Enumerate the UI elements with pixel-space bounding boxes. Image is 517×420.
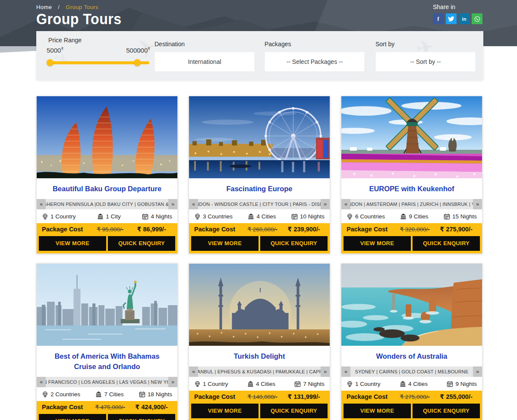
countries-stat: 3 Countries xyxy=(194,213,233,220)
tour-title[interactable]: Wonders of Australia xyxy=(341,346,482,366)
itinerary-text: SAN FRANCISCO | LOS ANGELES | LAS VEGAS … xyxy=(46,377,168,387)
ticker-prev-arrow[interactable]: « xyxy=(341,366,350,377)
tour-card: Fascinating Europe « LONDON - WINDSOR CA… xyxy=(189,96,330,254)
cities-value: 1 City xyxy=(106,213,121,220)
countries-value: 3 Countries xyxy=(203,213,233,220)
globe-icon xyxy=(42,391,48,398)
ticker-prev-arrow[interactable]: « xyxy=(37,199,46,209)
tour-image-statue-of-liberty[interactable] xyxy=(37,264,177,346)
nights-stat: 15 Nights xyxy=(444,213,477,220)
destination-select[interactable]: International xyxy=(154,52,255,72)
facebook-share-button[interactable]: f xyxy=(433,13,444,24)
cities-value: 7 Cities xyxy=(104,391,123,398)
ticker-next-arrow[interactable]: » xyxy=(473,366,482,377)
countries-value: 6 Countries xyxy=(355,213,385,220)
card-actions: VIEW MORE QUICK ENQUIRY xyxy=(37,235,177,253)
nights-stat: 18 Nights xyxy=(139,391,172,398)
current-price: ₹ 255,000/- xyxy=(435,393,477,400)
tour-stats: 1 Country 1 City 4 Nights xyxy=(37,209,177,223)
globe-icon xyxy=(42,213,48,220)
countries-value: 1 Country xyxy=(355,381,381,387)
quick-enquiry-button[interactable]: QUICK ENQUIRY xyxy=(260,404,328,418)
quick-enquiry-button[interactable]: QUICK ENQUIRY xyxy=(413,404,480,418)
sort-by-select[interactable]: -- Sort by -- xyxy=(375,52,476,72)
ticker-prev-arrow[interactable]: « xyxy=(189,366,198,377)
itinerary-ticker: « SAN FRANCISCO | LOS ANGELES | LAS VEGA… xyxy=(37,377,177,387)
view-more-button[interactable]: VIEW MORE xyxy=(39,236,106,251)
globe-icon xyxy=(347,381,353,387)
tour-title[interactable]: Best of America With Bahamas Cruise and … xyxy=(37,346,177,377)
tour-image-windmill-tulips[interactable] xyxy=(341,96,482,178)
view-more-button[interactable]: VIEW MORE xyxy=(344,404,411,418)
slider-handle-min[interactable] xyxy=(47,59,54,66)
ticker-next-arrow[interactable]: » xyxy=(168,377,177,387)
tour-stats: 3 Countries 4 Cities 10 Nights xyxy=(189,209,330,223)
ticker-next-arrow[interactable]: » xyxy=(473,199,482,209)
tour-stats: 2 Countries 7 Cities 18 Nights xyxy=(37,387,177,401)
price-range-slider[interactable] xyxy=(47,59,150,66)
quick-enquiry-button[interactable]: QUICK ENQUIRY xyxy=(413,236,480,251)
view-more-button[interactable]: VIEW MORE xyxy=(191,236,258,251)
ticker-next-arrow[interactable]: » xyxy=(168,199,177,209)
tour-card: Wonders of Australia « SYDNEY | CAIRNS |… xyxy=(341,263,482,420)
view-more-button[interactable]: VIEW MORE xyxy=(39,414,106,420)
package-cost-strip: Package Cost ₹ 475,000/- ₹ 424,900/- xyxy=(37,401,177,413)
tour-stats: 6 Countries 9 Cities 15 Nights xyxy=(341,209,482,223)
tour-card: Best of America With Bahamas Cruise and … xyxy=(36,263,178,420)
tour-title[interactable]: Beautiful Baku Group Departure xyxy=(37,178,177,199)
tour-card: EUROPE with Keukenhof « LONDON | AMSTERD… xyxy=(341,96,482,254)
breadcrumb-home-link[interactable]: Home xyxy=(36,4,52,10)
cities-stat: 1 City xyxy=(97,213,121,220)
itinerary-ticker: « SYDNEY | CAIRNS | GOLD COAST | MELBOUR… xyxy=(341,366,482,377)
package-cost-strip: Package Cost ₹ 275,000/- ₹ 255,000/- xyxy=(341,391,482,402)
tour-image-baku-flame-towers[interactable] xyxy=(37,96,177,178)
slider-handle-max[interactable] xyxy=(134,59,141,66)
tour-card: Turkish Delight « ISTANBUL | EPHESUS & K… xyxy=(189,263,330,420)
breadcrumb-separator: / xyxy=(58,4,60,10)
cities-value: 4 Cities xyxy=(408,381,428,387)
view-more-button[interactable]: VIEW MORE xyxy=(344,236,411,251)
package-cost-strip: Package Cost ₹ 140,000/- ₹ 131,999/- xyxy=(189,391,330,402)
view-more-button[interactable]: VIEW MORE xyxy=(191,404,258,418)
calendar-icon xyxy=(444,213,450,220)
linkedin-share-button[interactable]: in xyxy=(459,13,470,24)
ticker-prev-arrow[interactable]: « xyxy=(341,199,350,209)
share-label: Share in xyxy=(433,3,482,10)
breadcrumb: Home/Group Tours xyxy=(36,4,98,10)
old-price: ₹ 95,000/- xyxy=(89,226,131,233)
itinerary-text: SYDNEY | CAIRNS | GOLD COAST | MELBOURNE xyxy=(350,366,473,377)
nights-value: 4 Nights xyxy=(151,213,172,220)
whatsapp-share-button[interactable] xyxy=(472,13,482,24)
tour-title[interactable]: Fascinating Europe xyxy=(189,178,330,199)
ticker-next-arrow[interactable]: » xyxy=(321,366,330,377)
tour-card: Beautiful Baku Group Departure « ABSHERO… xyxy=(36,96,178,254)
countries-stat: 2 Countries xyxy=(42,391,80,398)
building-icon xyxy=(97,213,104,220)
nights-value: 10 Nights xyxy=(300,213,325,220)
ticker-prev-arrow[interactable]: « xyxy=(37,377,46,387)
package-cost-label: Package Cost xyxy=(347,393,394,400)
packages-select[interactable]: -- Select Packages -- xyxy=(265,52,365,72)
card-actions: VIEW MORE QUICK ENQUIRY xyxy=(189,402,330,420)
tour-image-london-eye[interactable] xyxy=(189,96,330,178)
twitter-share-button[interactable] xyxy=(446,13,457,24)
card-actions: VIEW MORE QUICK ENQUIRY xyxy=(341,235,482,253)
quick-enquiry-button[interactable]: QUICK ENQUIRY xyxy=(108,414,175,420)
old-price: ₹ 260,000/- xyxy=(242,226,283,233)
tour-title[interactable]: Turkish Delight xyxy=(189,346,330,366)
tour-title[interactable]: EUROPE with Keukenhof xyxy=(341,178,482,199)
packages-value: -- Select Packages -- xyxy=(287,58,343,65)
ticker-prev-arrow[interactable]: « xyxy=(189,199,198,209)
quick-enquiry-button[interactable]: QUICK ENQUIRY xyxy=(260,236,328,251)
share-section: Share in f in xyxy=(433,3,482,24)
destination-filter: Destination International xyxy=(154,31,255,80)
package-cost-strip: Package Cost ₹ 95,000/- ₹ 86,999/- xyxy=(37,223,177,235)
package-cost-label: Package Cost xyxy=(42,404,89,411)
nights-value: 15 Nights xyxy=(452,213,477,220)
tour-image-blue-mosque[interactable] xyxy=(189,264,330,346)
tour-image-twelve-apostles[interactable] xyxy=(341,264,482,346)
ticker-next-arrow[interactable]: » xyxy=(321,199,330,209)
countries-value: 2 Countries xyxy=(50,391,80,398)
quick-enquiry-button[interactable]: QUICK ENQUIRY xyxy=(108,236,175,251)
itinerary-text: ABSHERON PENINSULA |OLD BAKU CITY | GOBU… xyxy=(46,199,168,209)
